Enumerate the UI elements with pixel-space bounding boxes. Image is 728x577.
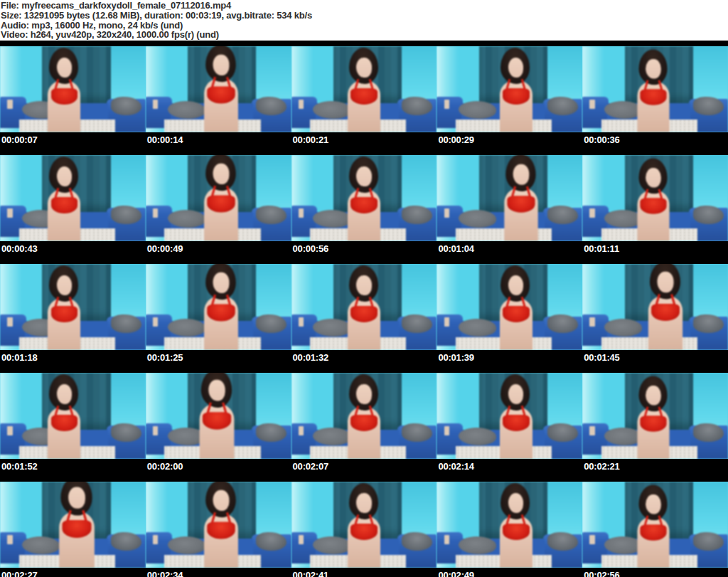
- thumbnail-cell: 00:00:14: [146, 46, 291, 149]
- video-frame-thumbnail: [582, 155, 728, 241]
- gray-blanket: [402, 423, 432, 441]
- webcam-room-scene: [0, 46, 146, 132]
- cup: [444, 100, 449, 109]
- webcam-room-scene: [437, 482, 582, 568]
- frame-timestamp: 00:01:04: [437, 241, 582, 258]
- person-figure: [35, 46, 93, 132]
- video-frame-thumbnail: [146, 264, 291, 350]
- figure-face: [356, 166, 371, 186]
- webcam-room-scene: [146, 46, 291, 132]
- person-figure: [335, 373, 393, 459]
- gray-blanket: [111, 206, 141, 223]
- gray-blanket: [111, 97, 141, 115]
- person-figure: [487, 46, 545, 132]
- figure-face: [57, 275, 72, 295]
- figure-face: [356, 493, 371, 513]
- audio-info-line: Audio: mp3, 16000 Hz, mono, 24 kb/s (und…: [1, 21, 728, 31]
- gray-blanket: [693, 206, 724, 223]
- video-frame-thumbnail: [437, 264, 582, 350]
- thumbnail-cell: 00:02:34: [146, 482, 291, 577]
- thumbnail-row: 00:00:07: [0, 41, 728, 149]
- thumbnail-cell: 00:01:45: [582, 264, 728, 367]
- person-figure: [191, 482, 252, 568]
- figure-face: [508, 384, 523, 404]
- figure-face: [57, 384, 72, 404]
- gray-blanket: [693, 423, 724, 441]
- thumbnail-cell: 00:00:07: [0, 46, 146, 149]
- video-frame-thumbnail: [146, 46, 291, 132]
- size-duration-bitrate-line: Size: 13291095 bytes (12.68 MiB), durati…: [1, 11, 728, 21]
- gray-blanket: [256, 423, 287, 441]
- gray-blanket: [547, 97, 578, 115]
- cup: [299, 100, 304, 109]
- cup: [589, 426, 594, 435]
- frame-timestamp: 00:01:52: [0, 459, 146, 476]
- webcam-room-scene: [437, 155, 582, 241]
- frame-timestamp: 00:00:21: [291, 132, 437, 149]
- video-contact-sheet: File: myfreecams_darkfoxydoll_female_071…: [0, 0, 728, 577]
- thumbnail-cell: 00:02:41: [291, 482, 437, 577]
- thumbnail-cell: 00:01:18: [0, 264, 146, 367]
- frame-timestamp: 00:00:43: [0, 241, 146, 258]
- figure-face: [657, 271, 673, 292]
- frame-timestamp: 00:00:49: [146, 241, 291, 258]
- thumbnail-cell: 00:01:52: [0, 373, 146, 476]
- frame-timestamp: 00:02:00: [146, 459, 291, 476]
- gray-blanket: [256, 97, 287, 115]
- gray-blanket: [547, 206, 578, 223]
- thumbnail-cell: 00:01:39: [437, 264, 582, 367]
- webcam-room-scene: [0, 482, 146, 568]
- cup: [299, 426, 304, 435]
- webcam-room-scene: [0, 373, 146, 459]
- person-figure: [635, 264, 696, 350]
- figure-face: [356, 384, 371, 404]
- frame-timestamp: 00:00:07: [0, 132, 146, 149]
- frame-timestamp: 00:00:14: [146, 132, 291, 149]
- webcam-room-scene: [291, 482, 437, 568]
- red-bra: [640, 90, 666, 106]
- video-frame-thumbnail: [437, 373, 582, 459]
- figure-face: [213, 55, 229, 75]
- video-frame-thumbnail: [437, 46, 582, 132]
- person-figure: [191, 264, 252, 350]
- person-figure: [624, 374, 681, 459]
- frame-timestamp: 00:01:39: [437, 350, 582, 367]
- video-frame-thumbnail: [0, 373, 146, 459]
- frame-timestamp: 00:02:49: [437, 568, 582, 577]
- figure-face: [356, 58, 371, 78]
- cup: [589, 208, 594, 218]
- person-figure: [191, 46, 252, 132]
- red-bra: [507, 196, 535, 213]
- thumbnail-cell: 00:02:07: [291, 373, 437, 476]
- webcam-room-scene: [582, 264, 728, 350]
- figure-face: [213, 272, 229, 293]
- person-figure: [335, 155, 393, 241]
- thumbnail-cell: 00:00:43: [0, 155, 146, 258]
- person-figure: [186, 373, 248, 459]
- person-figure: [46, 482, 108, 568]
- figure-face: [646, 494, 660, 514]
- person-figure: [487, 373, 545, 459]
- webcam-room-scene: [291, 264, 437, 350]
- thumbnail-cell: 00:01:25: [146, 264, 291, 367]
- video-frame-thumbnail: [146, 482, 291, 568]
- video-frame-thumbnail: [582, 46, 728, 132]
- webcam-room-scene: [582, 46, 728, 132]
- thumbnail-cell: 00:02:56: [582, 482, 728, 577]
- thumbnail-cell: 00:01:04: [437, 155, 582, 258]
- webcam-room-scene: [582, 482, 728, 568]
- webcam-room-scene: [582, 373, 728, 459]
- person-figure: [491, 155, 551, 241]
- cup: [153, 317, 158, 327]
- frame-timestamp: 00:02:41: [291, 568, 437, 577]
- webcam-room-scene: [146, 373, 291, 459]
- video-frame-thumbnail: [291, 482, 437, 568]
- thumbnail-row: 00:01:18: [0, 258, 728, 367]
- video-info-line: Video: h264, yuv420p, 320x240, 1000.00 f…: [1, 30, 728, 40]
- webcam-room-scene: [437, 264, 582, 350]
- gray-blanket: [402, 532, 432, 550]
- gray-blanket: [111, 532, 141, 550]
- webcam-room-scene: [291, 155, 437, 241]
- cup: [589, 317, 594, 327]
- frame-timestamp: 00:01:11: [582, 241, 728, 258]
